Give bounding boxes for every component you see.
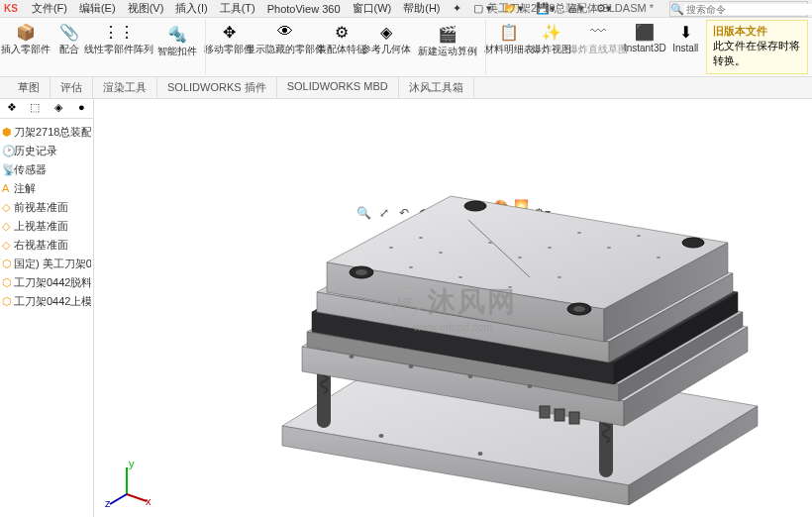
svg-point-33 (577, 232, 581, 234)
tab-sketch[interactable]: 草图 (8, 77, 51, 98)
svg-point-36 (409, 266, 413, 268)
tree-subassembly-3[interactable]: ⬡工刀架0442上模装配体< (2, 292, 91, 311)
instant3d-button[interactable]: ⬛Instant3D (625, 20, 664, 74)
tree-subassembly-2[interactable]: ⬡工刀架0442脱料装配体< (2, 273, 91, 292)
menu-photoview[interactable]: PhotoView 360 (261, 3, 347, 15)
old-version-notice: 旧版本文件 此文件在保存时将转换。 (706, 20, 808, 74)
pattern-icon: ⋮⋮ (109, 22, 129, 42)
svg-point-24 (573, 306, 585, 312)
svg-line-52 (110, 494, 127, 504)
tree-history[interactable]: 🕑历史记录 (2, 142, 91, 160)
svg-rect-48 (555, 409, 564, 421)
tree-root[interactable]: ⬢刀架2718总装配体 (默认 (2, 123, 91, 142)
display-tab-icon[interactable]: ● (70, 99, 94, 118)
search-commands[interactable]: 🔍 (669, 1, 808, 17)
orientation-triad[interactable]: y x z (102, 460, 152, 509)
svg-point-35 (637, 235, 641, 237)
mate-icon: 📎 (59, 22, 79, 42)
line-sketch-icon: 〰 (588, 22, 608, 42)
exploded-view-button[interactable]: ✨爆炸视图 (532, 20, 571, 74)
menu-view[interactable]: 视图(V) (122, 1, 170, 16)
svg-point-39 (558, 276, 561, 278)
move-icon: ✥ (219, 22, 239, 42)
feature-icon: ⚙ (332, 22, 352, 42)
graphics-viewport[interactable]: 🔍 ⤢ ↶ ◐ ⬚▾ ◫▾ 👁▾ 🎨▾ 🌅▾ ⚙▾ (94, 99, 812, 517)
command-manager-tabs: 草图 评估 渲染工具 SOLIDWORKS 插件 SOLIDWORKS MBD … (0, 77, 812, 99)
new-motion-study-button[interactable]: 🎬新建运动算例 (414, 22, 481, 60)
svg-point-31 (518, 257, 522, 258)
svg-point-45 (379, 434, 384, 438)
svg-point-30 (488, 242, 492, 244)
menu-insert[interactable]: 插入(I) (169, 1, 213, 16)
menu-tools[interactable]: 工具(T) (214, 1, 261, 16)
axis-z-label: z (105, 497, 111, 509)
notice-title: 旧版本文件 (713, 24, 801, 39)
install-button[interactable]: ⬇Install (665, 20, 705, 74)
tree-right-plane[interactable]: ◇右视基准面 (2, 236, 91, 255)
insert-component-button[interactable]: 📦插入零部件 (4, 20, 49, 74)
feature-manager-panel: ❖ ⬚ ◈ ● ⬢刀架2718总装配体 (默认 🕑历史记录 📡传感器 A注解 ◇… (0, 99, 94, 517)
linear-pattern-button[interactable]: ⋮⋮线性零部件阵列 (90, 20, 149, 74)
svg-point-27 (389, 247, 393, 249)
menu-star-icon[interactable]: ✦ (447, 2, 467, 15)
svg-point-29 (439, 252, 443, 254)
menu-help[interactable]: 帮助(H) (397, 1, 446, 16)
mate-button[interactable]: 📎配合 (50, 20, 89, 74)
geometry-icon: ◈ (376, 22, 396, 42)
reference-geometry-button[interactable]: ◈参考几何体 (364, 20, 409, 74)
ribbon: 📦插入零部件 📎配合 ⋮⋮线性零部件阵列 🔩智能扣件 ✥移动零部件 👁显示隐藏的… (0, 18, 812, 77)
tree-front-plane[interactable]: ◇前视基准面 (2, 198, 91, 217)
svg-point-37 (458, 276, 462, 278)
feature-tree: ⬢刀架2718总装配体 (默认 🕑历史记录 📡传感器 A注解 ◇前视基准面 ◇上… (0, 119, 93, 315)
exploded-line-button[interactable]: 〰爆炸直线草图 (572, 20, 624, 74)
svg-line-51 (127, 494, 147, 501)
menu-edit[interactable]: 编辑(E) (73, 1, 122, 16)
tab-render[interactable]: 渲染工具 (93, 77, 157, 98)
assembly-features-button[interactable]: ⚙装配体特征 (319, 20, 363, 74)
svg-point-26 (464, 201, 486, 211)
svg-rect-47 (540, 406, 550, 418)
tree-annotations[interactable]: A注解 (2, 179, 91, 198)
feature-tree-tab-icon[interactable]: ❖ (0, 99, 24, 118)
property-tab-icon[interactable]: ⬚ (24, 99, 48, 118)
show-hidden-button[interactable]: 👁显示隐藏的零部件 (253, 20, 319, 74)
tree-top-plane[interactable]: ◇上视基准面 (2, 217, 91, 236)
svg-point-44 (528, 384, 533, 388)
tab-mufeng[interactable]: 沐风工具箱 (399, 77, 474, 98)
smart-fasteners-button[interactable]: 🔩智能扣件 (153, 22, 201, 60)
motion-icon: 🎬 (438, 24, 457, 44)
search-icon: 🔍 (670, 3, 684, 16)
axis-y-label: y (129, 460, 135, 469)
fastener-icon: 🔩 (167, 24, 187, 44)
bom-button[interactable]: 📋材料明细表 (487, 20, 532, 74)
exploded-icon: ✨ (542, 22, 561, 42)
svg-point-40 (657, 257, 660, 258)
svg-point-43 (468, 374, 473, 378)
tab-evaluate[interactable]: 评估 (51, 77, 93, 98)
instant3d-icon: ⬛ (635, 22, 655, 42)
svg-point-25 (682, 238, 704, 248)
svg-point-28 (419, 237, 423, 239)
app-logo: KS (4, 3, 18, 14)
tree-sensors[interactable]: 📡传感器 (2, 160, 91, 179)
svg-point-22 (355, 269, 367, 275)
ribbon-group-study: 🎬新建运动算例 (410, 20, 486, 74)
menu-file[interactable]: 文件(F) (26, 1, 73, 16)
visibility-icon: 👁 (275, 22, 295, 42)
tab-sw-addins[interactable]: SOLIDWORKS 插件 (157, 77, 277, 98)
install-icon: ⬇ (675, 22, 695, 42)
svg-point-34 (607, 247, 611, 249)
config-tab-icon[interactable]: ◈ (47, 99, 70, 118)
svg-point-46 (478, 452, 483, 456)
svg-point-38 (508, 286, 512, 288)
model-3d-render (233, 149, 787, 505)
move-component-button[interactable]: ✥移动零部件 (207, 20, 252, 74)
tree-subassembly-1[interactable]: ⬡国定) 美工刀架0442下模座 (2, 255, 91, 273)
notice-body: 此文件在保存时将转换。 (713, 39, 801, 68)
axis-x-label: x (146, 495, 152, 507)
tab-sw-mbd[interactable]: SOLIDWORKS MBD (277, 77, 399, 98)
ribbon-group-components: 🔩智能扣件 (150, 20, 206, 74)
main-area: ❖ ⬚ ◈ ● ⬢刀架2718总装配体 (默认 🕑历史记录 📡传感器 A注解 ◇… (0, 99, 812, 517)
menu-window[interactable]: 窗口(W) (347, 1, 398, 16)
search-input[interactable] (684, 4, 812, 15)
